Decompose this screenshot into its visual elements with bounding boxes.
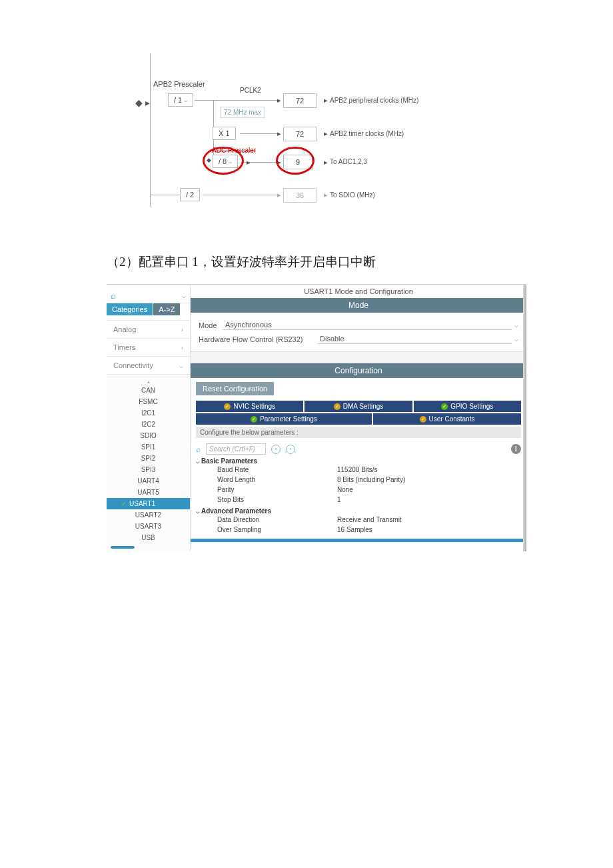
- param-word-length[interactable]: Word Length8 Bits (including Parity): [196, 475, 521, 485]
- search-icon: ⌕: [111, 291, 116, 301]
- peripheral-usart3[interactable]: USART3: [107, 521, 190, 532]
- ide-config-window: WWW.DC .com ⌕ ⌵ Categories A->Z Analog› …: [107, 284, 526, 551]
- peripheral-i2c2[interactable]: I2C2: [107, 419, 190, 430]
- ok-dot-icon: ✓: [251, 416, 257, 423]
- chevron-right-icon: ›: [181, 326, 183, 333]
- param-over-sampling[interactable]: Over Sampling16 Samples: [196, 525, 521, 535]
- warning-dot-icon: ✓: [420, 416, 426, 423]
- param-stop-bits[interactable]: Stop Bits1: [196, 495, 521, 505]
- sidebar-scrollbar[interactable]: [107, 543, 190, 551]
- chevron-down-icon: ⌵: [182, 292, 186, 299]
- tab-nvic-settings[interactable]: ✓NVIC Settings: [196, 401, 303, 412]
- tab-gpio-settings[interactable]: ✓GPIO Settings: [414, 401, 521, 412]
- warning-dot-icon: ✓: [334, 403, 340, 410]
- scroll-up-icon[interactable]: ▴: [107, 379, 190, 385]
- tab-dma-settings[interactable]: ✓DMA Settings: [305, 401, 412, 412]
- apb2-prescaler-select[interactable]: / 1⌵: [168, 93, 193, 107]
- peripheral-spi1[interactable]: SPI1: [107, 441, 190, 453]
- panel-title: USART1 Mode and Configuration: [191, 285, 526, 298]
- section-heading: （2）配置串口 1，设置好波特率并开启串口中断: [107, 253, 613, 271]
- peripheral-usb[interactable]: USB: [107, 532, 190, 543]
- peripheral-sdio[interactable]: SDIO: [107, 430, 190, 441]
- peripheral-i2c1[interactable]: I2C1: [107, 407, 190, 419]
- sdio-clock-value: 36: [283, 188, 316, 203]
- hwflow-select[interactable]: Disable: [317, 334, 512, 344]
- chevron-down-icon: ⌵: [184, 97, 187, 103]
- sidebar-search[interactable]: ⌕ ⌵: [107, 289, 190, 303]
- pclk2-label: PCLK2: [240, 87, 261, 94]
- timer-clock-label: APB2 timer clocks (MHz): [330, 130, 404, 137]
- chevron-right-icon: ›: [181, 344, 183, 351]
- ok-dot-icon: ✓: [441, 403, 448, 410]
- tab-parameter-settings[interactable]: ✓Parameter Settings: [196, 413, 372, 425]
- info-icon[interactable]: i: [511, 444, 521, 454]
- search-prev-icon[interactable]: ‹: [271, 445, 281, 454]
- highlight-circle-icon: [276, 147, 314, 175]
- peripheral-fsmc[interactable]: FSMC: [107, 396, 190, 407]
- chevron-down-icon: ⌵: [514, 321, 518, 329]
- chevron-down-icon: ⌵: [179, 362, 183, 369]
- timer-clock-value: 72: [283, 127, 316, 141]
- peripheral-spi3[interactable]: SPI3: [107, 464, 190, 475]
- peripheral-usart2[interactable]: USART2: [107, 509, 190, 521]
- param-data-direction[interactable]: Data DirectionReceive and Transmit: [196, 515, 521, 525]
- main-config-panel: USART1 Mode and Configuration Mode Mode …: [191, 285, 526, 551]
- peripheral-usart1[interactable]: USART1: [107, 498, 190, 509]
- peripheral-spi2[interactable]: SPI2: [107, 453, 190, 464]
- timer-multiplier-box: X 1: [213, 127, 236, 140]
- chevron-down-icon: ⌵: [196, 458, 199, 465]
- sdio-clock-label: To SDIO (MHz): [330, 191, 375, 199]
- apb2-clock-value: 72: [283, 93, 316, 108]
- reset-configuration-button[interactable]: Reset Configuration: [196, 382, 274, 395]
- apb2-clock-label: APB2 peripheral clocks (MHz): [330, 97, 418, 104]
- category-connectivity[interactable]: Connectivity⌵: [107, 357, 190, 375]
- chevron-down-icon: ⌵: [196, 508, 199, 515]
- highlight-circle-icon: [203, 147, 244, 175]
- clock-tree-diagram: ▸ ◆ APB2 Prescaler / 1⌵ PCLK2 72 MHz max…: [133, 53, 506, 213]
- category-timers[interactable]: Timers›: [107, 339, 190, 357]
- pclk2-max-label: 72 MHz max: [220, 107, 265, 118]
- peripheral-uart5[interactable]: UART5: [107, 487, 190, 498]
- bottom-highlight-strip: [191, 539, 526, 542]
- search-icon: ⌕: [196, 445, 201, 454]
- peripheral-uart4[interactable]: UART4: [107, 475, 190, 487]
- peripheral-can[interactable]: CAN: [107, 385, 190, 396]
- tab-categories[interactable]: Categories: [107, 303, 153, 315]
- advanced-parameters-group[interactable]: ⌵Advanced Parameters: [196, 507, 521, 515]
- mode-label: Mode: [199, 321, 223, 329]
- sdio-divider-box: / 2: [180, 188, 200, 201]
- tab-user-constants[interactable]: ✓User Constants: [373, 413, 521, 425]
- config-section-header: Configuration: [191, 363, 526, 378]
- peripheral-list: ▴ CAN FSMC I2C1 I2C2 SDIO SPI1 SPI2 SPI3…: [107, 375, 190, 551]
- warning-dot-icon: ✓: [224, 403, 231, 410]
- chevron-down-icon: ⌵: [514, 335, 518, 343]
- param-parity[interactable]: ParityNone: [196, 485, 521, 495]
- basic-parameters-group[interactable]: ⌵Basic Parameters: [196, 457, 521, 465]
- mode-select[interactable]: Asynchronous: [223, 320, 512, 330]
- apb2-prescaler-label: APB2 Prescaler: [153, 80, 205, 88]
- tab-a-z[interactable]: A->Z: [153, 303, 181, 315]
- configure-instruction: Configure the below parameters :: [196, 427, 521, 438]
- param-baud-rate[interactable]: Baud Rate115200 Bits/s: [196, 465, 521, 475]
- hwflow-label: Hardware Flow Control (RS232): [199, 335, 317, 343]
- search-next-icon[interactable]: ›: [286, 445, 295, 454]
- category-analog[interactable]: Analog›: [107, 321, 190, 339]
- adc-clock-label: To ADC1,2,3: [330, 158, 367, 165]
- mode-section-header: Mode: [191, 298, 526, 313]
- peripheral-sidebar: ⌕ ⌵ Categories A->Z Analog› Timers› Conn…: [107, 285, 191, 551]
- parameter-search-input[interactable]: Search (CrtI+F): [206, 443, 266, 455]
